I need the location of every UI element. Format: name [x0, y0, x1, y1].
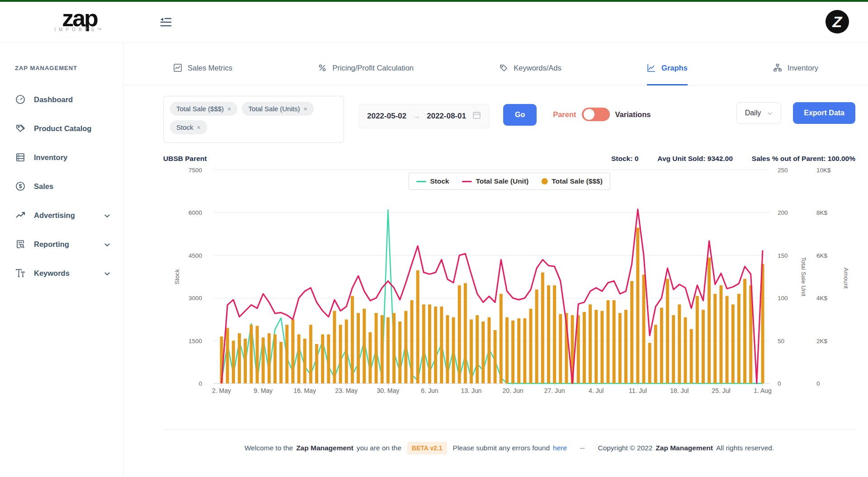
svg-text:11. Jul: 11. Jul	[629, 387, 647, 394]
tab-label: Inventory	[788, 64, 818, 72]
sidebar-item-reporting[interactable]: Reporting	[15, 230, 123, 259]
chip-total-sale-dollars[interactable]: Total Sale ($$$) ×	[170, 102, 237, 116]
svg-text:50: 50	[778, 338, 784, 345]
sidebar-item-dashboard[interactable]: Dashboard	[15, 85, 123, 114]
svg-text:Total Sale Unit: Total Sale Unit	[800, 257, 807, 296]
chart-stats: Stock: 0 Avg Unit Sold: 9342.00 Sales % …	[611, 155, 855, 163]
svg-text:9. May: 9. May	[254, 387, 273, 394]
stat-sales-percent: Sales % out of Parent: 100.00%	[752, 155, 855, 163]
sidebar-item-keywords[interactable]: Keywords	[15, 259, 123, 288]
text-icon	[15, 268, 26, 279]
chip-total-sale-units[interactable]: Total Sale (Units) ×	[242, 102, 313, 116]
svg-text:16. May: 16. May	[293, 387, 316, 394]
svg-text:8K$: 8K$	[816, 209, 828, 216]
chip-label: Total Sale (Units)	[248, 105, 300, 113]
list-box-icon	[15, 152, 26, 163]
legend-item-stock[interactable]: Stock	[416, 177, 449, 185]
footer-brand: Zap Management	[296, 444, 354, 452]
go-button[interactable]: Go	[503, 104, 537, 126]
stock-line-swatch	[416, 181, 426, 182]
legend-item-total-sale-dollars[interactable]: Total Sale ($$$)	[541, 177, 603, 185]
variations-label: Variations	[615, 110, 651, 119]
date-range-picker[interactable]: 2022-05-02 → 2022-08-01	[359, 104, 490, 128]
date-end[interactable]: 2022-08-01	[427, 112, 466, 121]
line-chart-icon	[647, 63, 656, 72]
svg-text:20. Jun: 20. Jun	[503, 387, 524, 394]
tab-sales-metrics[interactable]: Sales Metrics	[173, 63, 232, 85]
chip-stock[interactable]: Stock ×	[170, 120, 207, 134]
svg-text:18. Jul: 18. Jul	[670, 387, 689, 394]
gauge-icon	[15, 94, 26, 105]
calendar-icon	[472, 111, 481, 122]
sidebar-item-sales[interactable]: $ Sales	[15, 172, 123, 201]
sidebar-item-label: Keywords	[34, 269, 70, 278]
svg-text:250: 250	[778, 167, 788, 174]
chip-label: Total Sale ($$$)	[176, 105, 224, 113]
chevron-down-icon	[104, 240, 110, 249]
sidebar-item-inventory[interactable]: Inventory	[15, 143, 123, 172]
sidebar-item-advertising[interactable]: Advertising	[15, 201, 123, 230]
sidebar-item-product-catalog[interactable]: Product Catalog	[15, 114, 123, 143]
tab-pricing-profit[interactable]: Pricing/Profit Calculation	[318, 63, 414, 85]
interval-value: Daily	[745, 109, 761, 117]
sitemap-icon	[773, 63, 782, 72]
chip-remove-icon[interactable]: ×	[227, 105, 231, 113]
svg-text:3000: 3000	[189, 295, 202, 302]
sidebar-item-label: Reporting	[34, 240, 69, 249]
svg-text:7500: 7500	[189, 167, 202, 174]
svg-text:0: 0	[778, 380, 781, 387]
tab-graphs[interactable]: Graphs	[647, 63, 688, 85]
svg-text:13. Jun: 13. Jun	[461, 387, 481, 394]
chip-label: Stock	[176, 123, 193, 131]
tab-keywords-ads[interactable]: Keywords/Ads	[499, 63, 561, 85]
tab-bar: Sales Metrics Pricing/Profit Calculation…	[123, 43, 868, 85]
svg-text:150: 150	[778, 252, 788, 259]
svg-text:10K$: 10K$	[816, 167, 831, 174]
svg-text:2. May: 2. May	[212, 387, 231, 394]
sidebar-heading: ZAP MANAGEMENT	[15, 65, 123, 71]
sidebar-item-label: Sales	[34, 182, 53, 191]
chevron-down-icon	[104, 269, 110, 278]
footer-text: Welcome to the	[245, 444, 293, 452]
svg-text:2K$: 2K$	[816, 338, 828, 345]
chip-remove-icon[interactable]: ×	[197, 124, 201, 131]
svg-text:Amount: Amount	[843, 268, 849, 289]
footer: Welcome to the Zap Management you are on…	[163, 430, 855, 454]
tags-icon	[15, 123, 26, 134]
legend-label: Total Sale (Unit)	[476, 177, 528, 185]
dollar-circle-icon: $	[15, 181, 26, 192]
avatar-letter: Z	[833, 13, 842, 31]
sidebar-item-label: Inventory	[34, 153, 67, 162]
tab-label: Sales Metrics	[188, 64, 232, 72]
tab-inventory[interactable]: Inventory	[773, 63, 818, 85]
tab-label: Graphs	[661, 64, 688, 72]
interval-select[interactable]: Daily	[736, 102, 782, 124]
footer-text: you are on the	[357, 444, 401, 452]
right-controls: Daily Export Data	[736, 102, 855, 124]
amount-dot-swatch	[541, 178, 547, 184]
svg-text:4K$: 4K$	[816, 295, 828, 302]
export-data-button[interactable]: Export Data	[793, 102, 855, 124]
svg-text:0: 0	[816, 380, 820, 387]
user-avatar[interactable]: Z	[826, 10, 849, 33]
legend-item-total-sale-unit[interactable]: Total Sale (Unit)	[462, 177, 528, 185]
svg-text:Stock: Stock	[174, 269, 180, 284]
svg-text:25. Jul: 25. Jul	[712, 387, 730, 394]
combo-chart[interactable]: 015003000450060007500Stock05010015020025…	[163, 165, 855, 401]
svg-text:30. May: 30. May	[377, 387, 399, 394]
chart-legend: Stock Total Sale (Unit) Total Sale ($$$)	[408, 173, 610, 190]
footer-brand: Zap Management	[656, 444, 713, 452]
footer-rights: All rights reserved.	[716, 444, 774, 452]
zap-logo[interactable]: zap IMPORTS™	[43, 5, 116, 32]
parent-variations-toggle[interactable]	[582, 108, 610, 121]
chip-remove-icon[interactable]: ×	[303, 105, 307, 113]
toggle-knob	[584, 109, 594, 120]
errors-here-link[interactable]: here	[553, 444, 567, 452]
footer-separator: --	[580, 444, 585, 452]
top-bar: zap IMPORTS™ Z	[0, 2, 868, 43]
metric-chip-box[interactable]: Total Sale ($$$) × Total Sale (Units) × …	[163, 96, 344, 143]
sidebar-collapse-icon[interactable]	[159, 16, 173, 28]
stat-stock: Stock: 0	[611, 155, 638, 163]
parent-label: Parent	[553, 110, 576, 119]
date-start[interactable]: 2022-05-02	[367, 112, 406, 121]
